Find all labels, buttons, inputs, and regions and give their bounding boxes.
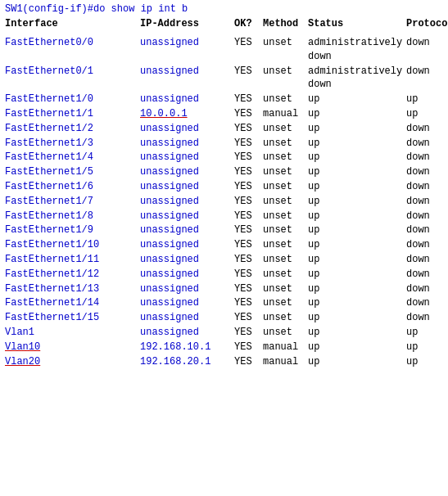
ip-address: unassigned: [140, 122, 234, 136]
ok-field: YES: [234, 296, 263, 310]
status-field: up: [308, 137, 406, 151]
ok-field: YES: [234, 355, 263, 369]
interface-name: Vlan10: [5, 340, 140, 354]
table-row: FastEthernet1/8unassignedYESunsetupdown: [5, 210, 443, 223]
method-field: unset: [263, 122, 308, 136]
table-row: FastEthernet1/15unassignedYESunsetupdown: [5, 311, 443, 325]
status-field: up: [308, 253, 406, 267]
table-row: FastEthernet1/14unassignedYESunsetupdown: [5, 296, 443, 310]
table-row: Vlan1unassignedYESunsetupup: [5, 326, 443, 340]
status-field: up: [308, 210, 406, 223]
table-row: FastEthernet1/7unassignedYESunsetupdown: [5, 195, 443, 209]
method-field: unset: [263, 137, 308, 151]
protocol-field: down: [406, 296, 448, 310]
ip-address: 10.0.0.1: [140, 107, 234, 121]
interface-name: FastEthernet1/11: [5, 253, 140, 267]
interface-name: FastEthernet1/4: [5, 151, 140, 165]
protocol-field: up: [406, 355, 448, 369]
status-field: up: [308, 340, 406, 354]
ok-field: YES: [234, 122, 263, 136]
status-field: up: [308, 296, 406, 310]
protocol-field: up: [406, 92, 448, 106]
ip-address: unassigned: [140, 210, 234, 223]
ok-field: YES: [234, 253, 263, 267]
protocol-field: down: [406, 36, 448, 64]
status-field: up: [308, 107, 406, 121]
status-field: up: [308, 151, 406, 165]
ok-field: YES: [234, 36, 263, 64]
table-row: FastEthernet1/11unassignedYESunsetupdown: [5, 253, 443, 267]
protocol-field: down: [406, 122, 448, 136]
status-field: up: [308, 180, 406, 194]
command-prompt: SW1(config-if)#do show ip int b: [5, 3, 443, 15]
method-field: manual: [263, 355, 308, 369]
ok-field: YES: [234, 65, 263, 92]
method-field: unset: [263, 180, 308, 194]
status-field: up: [308, 238, 406, 252]
status-field: up: [308, 326, 406, 340]
ip-address: unassigned: [140, 268, 234, 282]
interface-table: Interface IP-Address OK? Method Status P…: [5, 18, 443, 368]
ok-field: YES: [234, 137, 263, 151]
protocol-field: up: [406, 326, 448, 340]
interface-name: FastEthernet1/6: [5, 180, 140, 194]
ok-field: YES: [234, 282, 263, 296]
interface-name: Vlan1: [5, 326, 140, 340]
method-field: unset: [263, 210, 308, 223]
ok-field: YES: [234, 180, 263, 194]
header-ip: IP-Address: [140, 18, 234, 29]
status-field: up: [308, 165, 406, 179]
interface-name: FastEthernet1/0: [5, 92, 140, 106]
interface-name: FastEthernet1/1: [5, 107, 140, 121]
protocol-field: down: [406, 238, 448, 252]
ok-field: YES: [234, 195, 263, 209]
interface-name: FastEthernet1/9: [5, 223, 140, 237]
protocol-field: up: [406, 107, 448, 121]
status-field: administratively down: [308, 36, 406, 64]
interface-name: Vlan20: [5, 355, 140, 369]
status-field: administratively down: [308, 65, 406, 92]
status-field: up: [308, 122, 406, 136]
method-field: unset: [263, 326, 308, 340]
protocol-field: down: [406, 282, 448, 296]
protocol-field: down: [406, 180, 448, 194]
table-row: FastEthernet1/12unassignedYESunsetupdown: [5, 268, 443, 282]
ip-address: unassigned: [140, 165, 234, 179]
method-field: unset: [263, 165, 308, 179]
ip-address: unassigned: [140, 253, 234, 267]
table-row: FastEthernet1/13unassignedYESunsetupdown: [5, 282, 443, 296]
table-row: FastEthernet1/6unassignedYESunsetupdown: [5, 180, 443, 194]
interface-name: FastEthernet1/12: [5, 268, 140, 282]
table-row: FastEthernet1/110.0.0.1YESmanualupup: [5, 107, 443, 121]
status-field: up: [308, 311, 406, 325]
interface-name: FastEthernet0/0: [5, 36, 140, 64]
ok-field: YES: [234, 151, 263, 165]
table-row: FastEthernet0/0unassignedYESunsetadminis…: [5, 36, 443, 64]
header-protocol: Protocol: [406, 18, 448, 29]
protocol-field: down: [406, 253, 448, 267]
method-field: unset: [263, 282, 308, 296]
ok-field: YES: [234, 340, 263, 354]
ok-field: YES: [234, 238, 263, 252]
ok-field: YES: [234, 165, 263, 179]
interface-name: FastEthernet1/14: [5, 296, 140, 310]
method-field: unset: [263, 195, 308, 209]
interface-name: FastEthernet1/15: [5, 311, 140, 325]
ok-field: YES: [234, 268, 263, 282]
protocol-field: down: [406, 223, 448, 237]
ip-address: unassigned: [140, 296, 234, 310]
ip-address: unassigned: [140, 195, 234, 209]
method-field: unset: [263, 238, 308, 252]
protocol-field: down: [406, 65, 448, 92]
table-row: FastEthernet0/1unassignedYESunsetadminis…: [5, 65, 443, 92]
status-field: up: [308, 223, 406, 237]
ip-address: 192.168.10.1: [140, 340, 234, 354]
table-row: FastEthernet1/2unassignedYESunsetupdown: [5, 122, 443, 136]
method-field: manual: [263, 107, 308, 121]
header-status: Status: [308, 18, 406, 29]
ok-field: YES: [234, 223, 263, 237]
interface-name: FastEthernet1/7: [5, 195, 140, 209]
ip-address: unassigned: [140, 92, 234, 106]
protocol-field: down: [406, 151, 448, 165]
method-field: unset: [263, 268, 308, 282]
